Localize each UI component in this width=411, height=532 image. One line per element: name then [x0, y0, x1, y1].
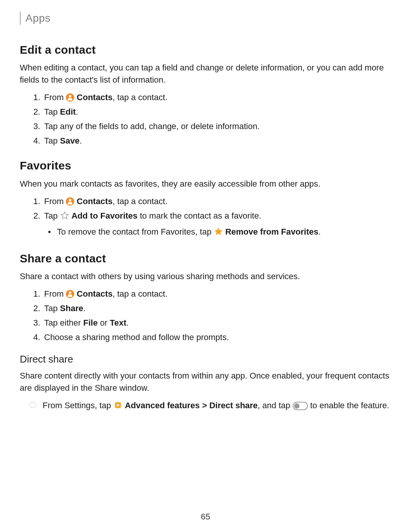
heading-favorites: Favorites	[20, 157, 391, 174]
step-bold: Advanced features	[125, 401, 200, 410]
list-item: Tap any of the fields to add, change, or…	[43, 120, 391, 133]
step-text: Tap either	[44, 318, 83, 328]
direct-share-steps: From Settings, tap Advanced features > D…	[20, 399, 391, 413]
step-text: , tap a contact.	[113, 197, 167, 206]
step-bold: Direct share	[209, 401, 258, 410]
share-intro: Share a contact with others by using var…	[20, 270, 391, 283]
step-text: .	[318, 227, 320, 236]
heading-edit-contact: Edit a contact	[20, 42, 391, 58]
list-item: Tap Save.	[43, 135, 391, 147]
edit-contact-steps: From Contacts, tap a contact. Tap Edit. …	[20, 91, 391, 147]
step-text: Tap any of the fields to add, change, or…	[44, 121, 260, 131]
breadcrumb: Apps	[20, 11, 391, 26]
step-bold: Add to Favorites	[72, 211, 138, 220]
list-item: To remove the contact from Favorites, ta…	[55, 226, 391, 240]
step-text: .	[126, 318, 129, 328]
breadcrumb-label: Apps	[25, 11, 51, 26]
step-bold: Save	[60, 136, 80, 145]
list-item: Tap Share.	[43, 302, 391, 315]
contacts-icon	[66, 197, 74, 206]
contacts-icon	[66, 290, 74, 298]
step-bold: Text	[110, 318, 126, 328]
list-item: Tap either File or Text.	[43, 317, 391, 329]
star-outline-icon	[60, 211, 69, 224]
dotted-circle-bullet-icon	[30, 402, 36, 408]
list-item: From Contacts, tap a contact.	[43, 195, 391, 208]
step-bold: Contacts	[77, 197, 113, 206]
step-text: .	[80, 136, 82, 145]
step-text: to enable the feature.	[310, 401, 389, 410]
step-bold: File	[83, 318, 98, 328]
list-item: From Contacts, tap a contact.	[43, 288, 391, 300]
list-item: From Settings, tap Advanced features > D…	[43, 399, 391, 413]
step-text: Tap	[44, 136, 60, 145]
step-text: Tap	[44, 107, 60, 117]
direct-share-intro: Share content directly with your contact…	[20, 370, 391, 394]
contacts-icon	[66, 93, 74, 102]
step-sep: >	[200, 401, 209, 410]
step-text: .	[76, 107, 78, 117]
breadcrumb-accent-bar	[20, 12, 21, 25]
favorites-substeps: To remove the contact from Favorites, ta…	[44, 226, 391, 240]
step-text: or	[98, 318, 110, 328]
step-text: , tap a contact.	[113, 93, 167, 102]
toggle-off-icon	[293, 402, 308, 410]
manual-page: Apps Edit a contact When editing a conta…	[0, 0, 411, 532]
heading-direct-share: Direct share	[20, 352, 391, 367]
step-bold: Contacts	[77, 93, 113, 102]
favorites-intro: When you mark contacts as favorites, the…	[20, 178, 391, 190]
heading-share-contact: Share a contact	[20, 250, 391, 267]
page-number: 65	[0, 511, 411, 523]
step-bold: Share	[60, 304, 83, 313]
list-item: Tap Edit.	[43, 106, 391, 118]
step-bold: Edit	[60, 107, 76, 117]
step-text: .	[83, 304, 86, 313]
star-filled-icon	[214, 227, 223, 240]
step-text: , tap a contact.	[113, 289, 167, 299]
step-text: to mark the contact as a favorite.	[137, 211, 261, 220]
step-text: Tap	[44, 211, 60, 220]
step-text: Tap	[44, 304, 60, 313]
step-text: From	[44, 197, 66, 206]
step-bold: Contacts	[77, 289, 113, 299]
step-text: From	[44, 289, 66, 299]
step-text: To remove the contact from Favorites, ta…	[57, 227, 214, 236]
step-text: From Settings, tap	[43, 401, 113, 410]
favorites-steps: From Contacts, tap a contact. Tap Add to…	[20, 195, 391, 240]
list-item: Choose a sharing method and follow the p…	[43, 331, 391, 343]
list-item: Tap Add to Favorites to mark the contact…	[43, 210, 391, 240]
share-steps: From Contacts, tap a contact. Tap Share.…	[20, 288, 391, 343]
advanced-features-icon	[113, 401, 123, 413]
list-item: From Contacts, tap a contact.	[43, 91, 391, 104]
step-text: Choose a sharing method and follow the p…	[44, 332, 229, 342]
step-text: , and tap	[258, 401, 293, 410]
step-bold: Remove from Favorites	[225, 227, 319, 236]
step-text: From	[44, 93, 66, 102]
edit-contact-intro: When editing a contact, you can tap a fi…	[20, 62, 391, 86]
